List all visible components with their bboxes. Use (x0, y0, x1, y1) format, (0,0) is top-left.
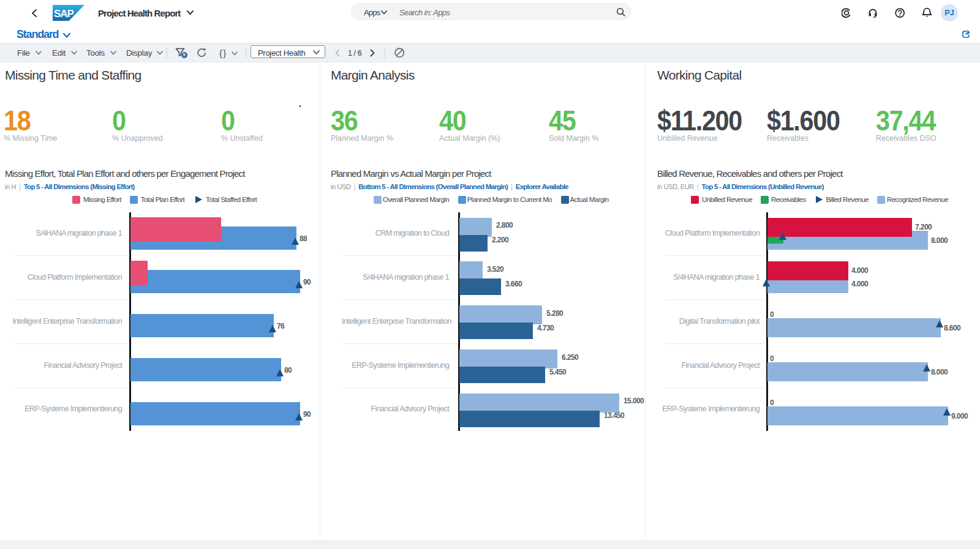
svg-text:SAP: SAP (54, 8, 74, 20)
